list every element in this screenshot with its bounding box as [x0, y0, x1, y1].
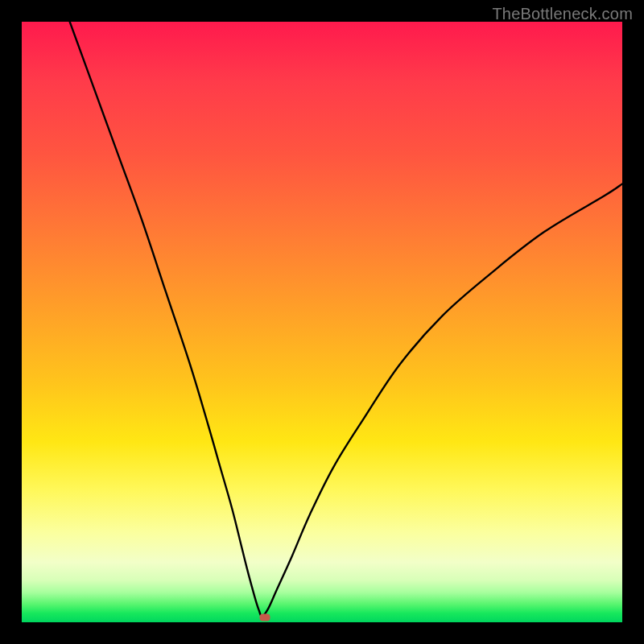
minimum-marker: [260, 614, 270, 621]
chart-frame: TheBottleneck.com: [0, 0, 644, 644]
bottleneck-curve: [70, 22, 622, 617]
watermark-text: TheBottleneck.com: [492, 5, 633, 23]
plot-area: [22, 22, 622, 622]
curve-svg: [22, 22, 622, 622]
